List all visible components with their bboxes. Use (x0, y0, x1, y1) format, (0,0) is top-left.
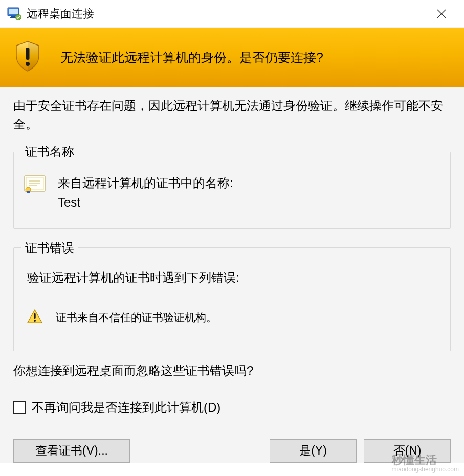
svg-rect-2 (9, 9, 18, 14)
cert-error-intro: 验证远程计算机的证书时遇到下列错误: (27, 269, 440, 286)
cert-error-text: 证书来自不信任的证书验证机构。 (56, 310, 217, 325)
cert-name-legend: 证书名称 (21, 144, 78, 160)
shield-warning-icon (14, 40, 41, 75)
cert-name-value: Test (58, 193, 233, 212)
watermark-sub: miaodongshenghuo.com (392, 466, 459, 473)
cert-error-legend: 证书错误 (21, 240, 78, 256)
svg-point-18 (34, 320, 36, 322)
cert-name-label: 来自远程计算机的证书中的名称: (58, 173, 233, 193)
svg-point-10 (26, 62, 30, 66)
banner-heading: 无法验证此远程计算机的身份。是否仍要连接? (60, 49, 323, 66)
certificate-error-group: 证书错误 验证远程计算机的证书时遇到下列错误: 证书来自不信任的证书验证机构。 (13, 240, 451, 351)
dont-ask-checkbox-row[interactable]: 不再询问我是否连接到此计算机(D) (13, 399, 451, 416)
window-title: 远程桌面连接 (27, 6, 426, 21)
yes-button[interactable]: 是(Y) (270, 439, 357, 463)
connect-prompt: 你想连接到远程桌面而忽略这些证书错误吗? (13, 362, 451, 379)
svg-rect-3 (11, 16, 15, 17)
dont-ask-checkbox[interactable] (13, 401, 26, 414)
no-button[interactable]: 否(N) (364, 439, 451, 463)
dont-ask-label: 不再询问我是否连接到此计算机(D) (32, 399, 220, 416)
rdp-app-icon (7, 7, 21, 21)
svg-rect-9 (26, 48, 30, 60)
button-row: 查看证书(V)... 是(Y) 否(N) (13, 439, 451, 463)
warning-banner: 无法验证此远程计算机的身份。是否仍要连接? (0, 28, 464, 87)
description-text: 由于安全证书存在问题，因此远程计算机无法通过身份验证。继续操作可能不安全。 (13, 97, 451, 133)
view-certificate-button[interactable]: 查看证书(V)... (13, 439, 130, 463)
titlebar: 远程桌面连接 (0, 0, 464, 28)
close-icon (437, 9, 446, 18)
certificate-icon (24, 175, 46, 195)
certificate-name-group: 证书名称 来自远程计算机的证书中的名称: Test (13, 144, 451, 229)
svg-rect-17 (34, 313, 35, 319)
dialog-content: 由于安全证书存在问题，因此远程计算机无法通过身份验证。继续操作可能不安全。 证书… (0, 87, 464, 463)
close-button[interactable] (426, 4, 457, 24)
warning-triangle-icon (27, 309, 42, 326)
